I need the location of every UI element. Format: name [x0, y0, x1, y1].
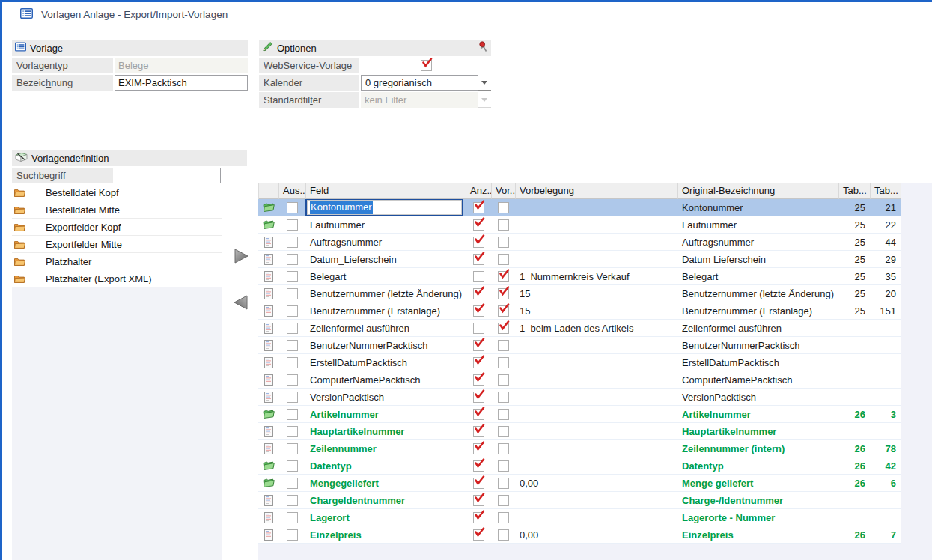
- aus-checkbox[interactable]: [287, 426, 298, 437]
- column-header-vorbelegung[interactable]: Vorbelegung: [516, 183, 678, 199]
- anz-checkbox[interactable]: [473, 392, 484, 403]
- vor-checkbox[interactable]: [498, 478, 509, 489]
- anz-checkbox[interactable]: [473, 426, 484, 437]
- table-row[interactable]: LaufnummerLaufnummer2522: [258, 216, 901, 234]
- table-row[interactable]: Einzelpreis0,00Einzelpreis267: [258, 526, 901, 544]
- anz-checkbox[interactable]: [473, 254, 484, 265]
- table-row[interactable]: ErstellDatumPacktischErstellDatumPacktis…: [258, 354, 901, 371]
- aus-checkbox[interactable]: [287, 392, 298, 403]
- folder-item[interactable]: Bestelldatei Kopf: [12, 184, 222, 201]
- column-header-icon[interactable]: [259, 183, 279, 199]
- anz-checkbox[interactable]: [473, 374, 484, 386]
- aus-checkbox[interactable]: [287, 237, 298, 248]
- anz-checkbox[interactable]: [473, 202, 484, 213]
- bezeichnung-input[interactable]: [115, 75, 248, 91]
- aus-checkbox[interactable]: [287, 443, 298, 454]
- vor-checkbox[interactable]: [498, 357, 509, 368]
- table-row[interactable]: ArtikelnummerArtikelnummer263: [258, 406, 901, 423]
- table-row[interactable]: Mengegeliefert0,00Menge geliefert266: [258, 475, 901, 492]
- column-header-anz[interactable]: Anz...: [466, 183, 492, 199]
- vor-checkbox[interactable]: [498, 374, 509, 386]
- aus-checkbox[interactable]: [287, 305, 298, 317]
- kalender-dropdown-button[interactable]: [478, 75, 491, 91]
- table-row[interactable]: DatentypDatentyp2642: [258, 457, 901, 475]
- vor-checkbox[interactable]: [498, 219, 509, 231]
- vor-checkbox[interactable]: [498, 323, 509, 334]
- anz-checkbox[interactable]: [473, 409, 484, 420]
- vor-checkbox[interactable]: [498, 392, 509, 403]
- aus-checkbox[interactable]: [287, 254, 298, 265]
- table-row[interactable]: VersionPacktischVersionPacktisch: [258, 389, 901, 406]
- vor-checkbox[interactable]: [498, 305, 509, 317]
- kalender-select[interactable]: 0 gregorianisch: [361, 75, 491, 91]
- vor-checkbox[interactable]: [498, 409, 509, 420]
- anz-checkbox[interactable]: [473, 323, 484, 334]
- column-header-original-bezeichnung[interactable]: Original-Bezeichnung: [678, 183, 839, 199]
- anz-checkbox[interactable]: [473, 237, 484, 248]
- suchbegriff-input[interactable]: [115, 168, 221, 183]
- feld-edit-input[interactable]: Kontonummer: [305, 199, 463, 216]
- move-left-button[interactable]: [232, 294, 250, 312]
- anz-checkbox[interactable]: [473, 443, 484, 454]
- anz-checkbox[interactable]: [473, 357, 484, 368]
- anz-checkbox[interactable]: [473, 529, 484, 541]
- vor-checkbox[interactable]: [498, 202, 509, 213]
- anz-checkbox[interactable]: [473, 271, 484, 282]
- anz-checkbox[interactable]: [473, 478, 484, 489]
- aus-checkbox[interactable]: [287, 202, 298, 213]
- table-row[interactable]: LagerortLagerorte - Nummer: [258, 509, 901, 526]
- table-row[interactable]: Zeilenformel ausführen1 beim Laden des A…: [258, 320, 901, 337]
- table-row[interactable]: ChargeIdentnummerCharge-/Identnummer: [258, 492, 901, 509]
- table-row[interactable]: Belegart1 Nummernkreis VerkaufBelegart25…: [258, 268, 901, 285]
- table-row[interactable]: Benutzernummer (Erstanlage)15Benutzernum…: [258, 302, 901, 320]
- vor-checkbox[interactable]: [498, 512, 509, 523]
- table-row[interactable]: AuftragsnummerAuftragsnummer2544: [258, 234, 901, 251]
- column-header-aus[interactable]: Aus...: [279, 183, 306, 199]
- column-header-vor[interactable]: Vor...: [492, 183, 516, 199]
- vor-checkbox[interactable]: [498, 529, 509, 541]
- aus-checkbox[interactable]: [287, 357, 298, 368]
- folder-item[interactable]: Exportfelder Kopf: [12, 219, 222, 236]
- aus-checkbox[interactable]: [287, 478, 298, 489]
- vor-checkbox[interactable]: [498, 254, 509, 265]
- vor-checkbox[interactable]: [498, 443, 509, 454]
- aus-checkbox[interactable]: [287, 340, 298, 351]
- anz-checkbox[interactable]: [473, 288, 484, 299]
- folder-item[interactable]: Exportfelder Mitte: [12, 236, 222, 253]
- aus-checkbox[interactable]: [287, 374, 298, 386]
- move-right-button[interactable]: [232, 248, 250, 266]
- column-header-feld[interactable]: Feld: [306, 183, 466, 199]
- table-row[interactable]: KontonummerKontonummer2521: [258, 199, 901, 216]
- table-row[interactable]: Benutzernummer (letzte Änderung)15Benutz…: [258, 285, 901, 302]
- anz-checkbox[interactable]: [473, 460, 484, 472]
- table-row[interactable]: BenutzerNummerPacktischBenutzerNummerPac…: [258, 337, 901, 354]
- aus-checkbox[interactable]: [287, 495, 298, 506]
- aus-checkbox[interactable]: [287, 271, 298, 282]
- aus-checkbox[interactable]: [287, 512, 298, 523]
- vor-checkbox[interactable]: [498, 340, 509, 351]
- table-row[interactable]: Datum_LieferscheinDatum Lieferschein2529: [258, 251, 901, 268]
- webservice-vorlage-checkbox[interactable]: [421, 60, 432, 71]
- table-row[interactable]: ComputerNamePacktischComputerNamePacktis…: [258, 371, 901, 389]
- aus-checkbox[interactable]: [287, 460, 298, 472]
- anz-checkbox[interactable]: [473, 340, 484, 351]
- aus-checkbox[interactable]: [287, 323, 298, 334]
- table-row[interactable]: ZeilennummerZeilennummer (intern)2678: [258, 440, 901, 457]
- vor-checkbox[interactable]: [498, 271, 509, 282]
- column-header-tab2[interactable]: Tab...: [871, 183, 901, 199]
- anz-checkbox[interactable]: [473, 219, 484, 231]
- table-row[interactable]: HauptartikelnummerHauptartikelnummer: [258, 423, 901, 440]
- folder-item[interactable]: Platzhalter: [12, 253, 222, 270]
- anz-checkbox[interactable]: [473, 495, 484, 506]
- vor-checkbox[interactable]: [498, 426, 509, 437]
- pin-icon[interactable]: [478, 41, 488, 55]
- aus-checkbox[interactable]: [287, 288, 298, 299]
- vor-checkbox[interactable]: [498, 288, 509, 299]
- vor-checkbox[interactable]: [498, 495, 509, 506]
- aus-checkbox[interactable]: [287, 409, 298, 420]
- anz-checkbox[interactable]: [473, 305, 484, 317]
- folder-item[interactable]: Bestelldatei Mitte: [12, 201, 222, 219]
- anz-checkbox[interactable]: [473, 512, 484, 523]
- vor-checkbox[interactable]: [498, 460, 509, 472]
- vor-checkbox[interactable]: [498, 237, 509, 248]
